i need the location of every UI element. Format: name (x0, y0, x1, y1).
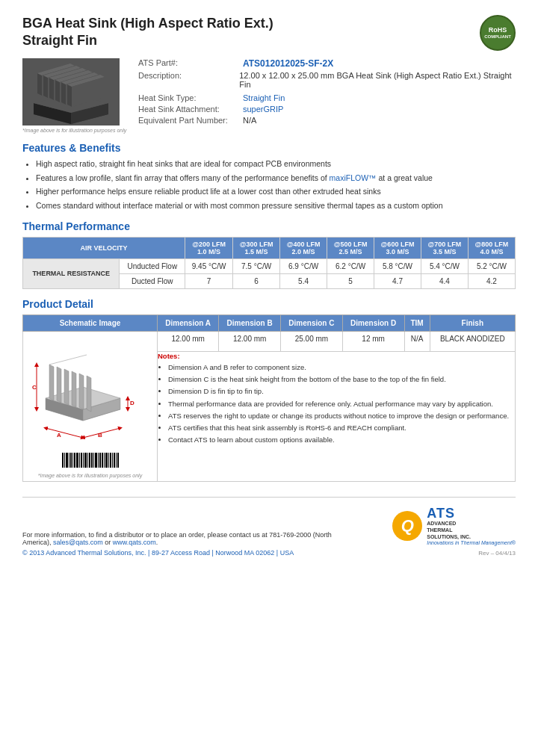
finish-value: BLACK ANODIZED (430, 331, 515, 351)
svg-rect-46 (70, 453, 72, 468)
svg-marker-28 (64, 369, 69, 405)
description-label: Description: (138, 71, 239, 89)
col-600lfm: @600 LFM3.0 M/S (374, 237, 421, 258)
heat-sink-type-value[interactable]: Straight Fin (243, 93, 285, 102)
svg-rect-62 (104, 453, 105, 468)
col-dim-c: Dimension C (281, 315, 343, 331)
equiv-part-value: N/A (243, 116, 256, 125)
svg-rect-47 (72, 453, 73, 468)
svg-rect-54 (87, 453, 88, 468)
dimension-values-row: A B C D (23, 331, 516, 351)
svg-rect-64 (108, 453, 109, 468)
unducted-500: 6.2 °C/W (327, 258, 374, 273)
note-5: ATS reserves the right to update or chan… (168, 411, 515, 421)
svg-rect-42 (62, 453, 64, 468)
footer-email-link[interactable]: sales@qats.com (53, 539, 103, 546)
note-1: Dimension A and B refer to component siz… (168, 362, 515, 372)
heat-sink-type-row: Heat Sink Type: Straight Fin (138, 93, 516, 102)
attachment-value[interactable]: superGRIP (243, 105, 283, 114)
svg-marker-13 (55, 80, 60, 102)
col-dim-d: Dimension D (342, 315, 404, 331)
description-row: Description: 12.00 x 12.00 x 25.00 mm BG… (138, 71, 516, 89)
col-400lfm: @400 LFM2.0 M/S (280, 237, 327, 258)
ducted-300: 6 (233, 273, 280, 288)
svg-marker-4 (37, 73, 42, 96)
product-title: BGA Heat Sink (High Aspect Ratio Ext.) S… (22, 15, 273, 50)
schematic-image-cell: A B C D (23, 331, 158, 481)
note-7: Contact ATS to learn about custom option… (168, 435, 515, 444)
heatsink-image (22, 58, 120, 126)
footer-copyright: © 2013 Advanced Thermal Solutions, Inc. … (22, 549, 336, 557)
schematic-caption: *Image above is for illustration purpose… (28, 473, 152, 478)
note-4: Thermal performance data are provided fo… (168, 399, 515, 409)
notes-cell: Notes: Dimension A and B refer to compon… (158, 351, 516, 481)
tim-value: N/A (404, 331, 430, 351)
svg-line-33 (46, 428, 83, 438)
unducted-flow-row: THERMAL RESISTANCE Unducted Flow 9.45 °C… (23, 258, 516, 273)
ducted-flow-label: Ducted Flow (120, 273, 185, 288)
dim-b-value: 12.00 mm (219, 331, 281, 351)
svg-rect-59 (98, 453, 99, 468)
svg-text:A: A (57, 432, 61, 439)
description-value: 12.00 x 12.00 x 25.00 mm BGA Heat Sink (… (239, 71, 516, 89)
svg-text:D: D (130, 400, 134, 406)
header-section: BGA Heat Sink (High Aspect Ratio Ext.) S… (22, 15, 516, 51)
maxiflow-link[interactable]: maxiFLOW™ (330, 173, 377, 182)
part-number-value: ATS012012025-SF-2X (243, 58, 333, 69)
ats-logo: Q ATS ADVANCED THERMAL SOLUTIONS, INC. I… (392, 506, 516, 545)
note-3: Dimension D is fin tip to fin tip. (168, 386, 515, 396)
svg-rect-44 (66, 453, 68, 468)
unducted-300: 7.5 °C/W (233, 258, 280, 273)
feature-item-3: Higher performance helps ensure reliable… (36, 186, 516, 197)
image-caption: *Image above is for illustration purpose… (22, 128, 126, 133)
svg-text:B: B (98, 432, 102, 439)
feature-item-4: Comes standard without interface materia… (36, 200, 516, 211)
product-specs: ATS Part#: ATS012012025-SF-2X Descriptio… (138, 58, 516, 133)
ats-brand: ATS ADVANCED THERMAL SOLUTIONS, INC. Inn… (427, 506, 516, 545)
svg-rect-49 (76, 453, 78, 468)
dim-d-value: 12 mm (342, 331, 404, 351)
svg-rect-56 (91, 453, 93, 468)
footer-or: or (105, 539, 111, 546)
ducted-700: 4.4 (421, 273, 468, 288)
svg-line-32 (49, 355, 87, 365)
product-detail-table: Schematic Image Dimension A Dimension B … (22, 315, 516, 482)
page: BGA Heat Sink (High Aspect Ratio Ext.) S… (0, 0, 538, 756)
unducted-600: 5.8 °C/W (374, 258, 421, 273)
note-2: Dimension C is the heat sink height from… (168, 374, 515, 384)
footer-website-link[interactable]: www.qats.com (113, 539, 156, 546)
ducted-800: 4.2 (468, 273, 515, 288)
air-velocity-header: AIR VELOCITY (23, 237, 185, 258)
svg-rect-65 (110, 453, 111, 468)
svg-rect-55 (89, 453, 90, 468)
unducted-flow-label: Unducted Flow (120, 258, 185, 273)
page-number: Rev – 04/4/13 (478, 550, 516, 557)
unducted-700: 5.4 °C/W (421, 258, 468, 273)
col-800lfm: @800 LFM4.0 M/S (468, 237, 515, 258)
thermal-title: Thermal Performance (22, 220, 516, 232)
svg-rect-51 (81, 453, 82, 468)
svg-rect-60 (99, 453, 101, 468)
part-label: ATS Part#: (138, 58, 243, 69)
col-dim-b: Dimension B (219, 315, 281, 331)
ducted-200: 7 (185, 273, 233, 288)
svg-marker-29 (72, 371, 76, 407)
dim-a-value: 12.00 mm (158, 331, 219, 351)
svg-marker-16 (61, 82, 66, 105)
product-title-text: BGA Heat Sink (High Aspect Ratio Ext.) S… (22, 15, 273, 50)
attachment-label: Heat Sink Attachment: (138, 105, 243, 114)
equiv-part-label: Equivalent Part Number: (138, 116, 243, 125)
schematic-svg: A B C D (31, 335, 150, 447)
svg-rect-68 (116, 453, 117, 468)
svg-rect-61 (102, 453, 103, 468)
rohs-compliant-text: COMPLIANT (484, 34, 511, 40)
ducted-500: 5 (327, 273, 374, 288)
svg-rect-45 (69, 453, 69, 468)
ducted-600: 4.7 (374, 273, 421, 288)
dim-c-value: 25.00 mm (281, 331, 343, 351)
ats-q-mark: Q (392, 511, 422, 541)
svg-rect-43 (64, 453, 65, 468)
unducted-800: 5.2 °C/W (468, 258, 515, 273)
equiv-part-row: Equivalent Part Number: N/A (138, 116, 516, 125)
col-tim: TIM (404, 315, 430, 331)
